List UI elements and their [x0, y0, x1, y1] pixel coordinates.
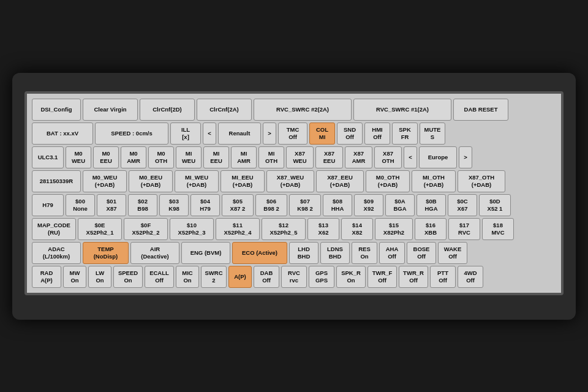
btn-r5-c2[interactable]: $00None	[66, 194, 95, 216]
btn-r3-c2[interactable]: M0WEU	[66, 146, 91, 168]
btn-r5-c15[interactable]: $0DX52 1	[479, 194, 511, 216]
btn-r1-c1[interactable]: DSI_Config	[32, 99, 81, 121]
btn-r7-c10[interactable]: BOSEOff	[407, 242, 436, 264]
btn-r4-c3[interactable]: M0_EEU(+DAB)	[129, 170, 173, 192]
btn-r4-c5[interactable]: MI_EEU(+DAB)	[221, 170, 265, 192]
btn-r8-c2[interactable]: MWOn	[63, 266, 86, 288]
btn-r4-c8[interactable]: M0_OTH(+DAB)	[366, 170, 410, 192]
btn-r5-c13[interactable]: $0BHGA	[417, 194, 446, 216]
btn-r7-c11[interactable]: WAKEOff	[438, 242, 467, 264]
btn-r3-c6[interactable]: MIWEU	[176, 146, 202, 168]
btn-r3-c14[interactable]: <	[404, 146, 417, 168]
btn-r5-c9[interactable]: $07K98 2	[289, 194, 321, 216]
btn-r3-c1[interactable]: ULC3.1	[32, 146, 64, 168]
btn-r4-c6[interactable]: X87_WEU(+DAB)	[266, 170, 314, 192]
btn-r8-c11[interactable]: GPSGPS	[309, 266, 334, 288]
btn-r5-c12[interactable]: $0ABGA	[385, 194, 415, 216]
btn-r1-c7[interactable]: DAB RESET	[453, 99, 508, 121]
btn-r5-c7[interactable]: $05X87 2	[222, 194, 254, 216]
btn-r6-c9[interactable]: $15X82Ph2	[375, 218, 413, 240]
btn-r8-c5[interactable]: ECALLOff	[145, 266, 174, 288]
btn-r3-c10[interactable]: X87WEU	[286, 146, 314, 168]
btn-r7-c9[interactable]: AHAOff	[379, 242, 405, 264]
btn-r6-c10[interactable]: $16XBB	[415, 218, 447, 240]
btn-r2-c9[interactable]: SNDOff	[337, 123, 363, 145]
btn-r7-c4[interactable]: ENG (BVM)	[181, 242, 230, 264]
btn-r3-c4[interactable]: M0AMR	[121, 146, 146, 168]
btn-r6-c1[interactable]: MAP_CODE(RU)	[32, 218, 76, 240]
row-6: MAP_CODE(RU)$0EX52Ph2_1$0FX52Ph2_2$10X52…	[32, 218, 556, 240]
btn-r3-c3[interactable]: M0EEU	[93, 146, 119, 168]
btn-r8-c12[interactable]: SPK_ROn	[336, 266, 366, 288]
btn-r4-c4[interactable]: MI_WEU(+DAB)	[175, 170, 219, 192]
btn-r1-c5[interactable]: RVC_SWRC #2(2A)	[254, 99, 352, 121]
btn-r8-c15[interactable]: PTTOff	[430, 266, 456, 288]
btn-r6-c7[interactable]: $13X62	[307, 218, 339, 240]
btn-r3-c13[interactable]: X87OTH	[374, 146, 402, 168]
btn-r6-c11[interactable]: $17RVC	[448, 218, 480, 240]
btn-r5-c10[interactable]: $08HHA	[323, 194, 352, 216]
btn-r6-c2[interactable]: $0EX52Ph2_1	[78, 218, 122, 240]
btn-r5-c5[interactable]: $03K98	[159, 194, 189, 216]
btn-r3-c15[interactable]: Europe	[419, 146, 457, 168]
btn-r5-c14[interactable]: $0CX67	[448, 194, 477, 216]
btn-r8-c7[interactable]: SWRC2	[201, 266, 227, 288]
btn-r2-c2[interactable]: SPEED : 0cm/s	[95, 123, 168, 145]
btn-r4-c10[interactable]: X87_OTH(+DAB)	[458, 170, 505, 192]
btn-r6-c3[interactable]: $0FX52Ph2_2	[124, 218, 168, 240]
btn-r7-c3[interactable]: AIR(Deactive)	[130, 242, 179, 264]
btn-r2-c11[interactable]: SPKFR	[392, 123, 418, 145]
btn-r2-c4[interactable]: <	[203, 123, 216, 145]
btn-r1-c2[interactable]: Clear Virgin	[83, 99, 138, 121]
btn-r3-c5[interactable]: M0OTH	[148, 146, 174, 168]
btn-r6-c12[interactable]: $18MVC	[482, 218, 514, 240]
btn-r8-c9[interactable]: DABOff	[254, 266, 279, 288]
btn-r5-c11[interactable]: $09X92	[354, 194, 383, 216]
btn-r6-c4[interactable]: $10X52Ph2_3	[170, 218, 214, 240]
btn-r7-c1[interactable]: ADAC(L/100km)	[32, 242, 81, 264]
btn-r8-c8[interactable]: A(P)	[228, 266, 252, 288]
btn-r7-c7[interactable]: LDNSBHD	[320, 242, 350, 264]
btn-r2-c10[interactable]: HMIOff	[364, 123, 390, 145]
btn-r3-c12[interactable]: X87AMR	[345, 146, 372, 168]
btn-r7-c5[interactable]: ECO (Active)	[232, 242, 287, 264]
btn-r7-c6[interactable]: LHDBHD	[289, 242, 318, 264]
btn-r5-c6[interactable]: $04H79	[190, 194, 220, 216]
btn-r5-c3[interactable]: $01X87	[97, 194, 126, 216]
btn-r4-c7[interactable]: X87_EEU(+DAB)	[316, 170, 364, 192]
btn-r8-c1[interactable]: RADA(P)	[32, 266, 61, 288]
btn-r8-c14[interactable]: TWR_ROff	[399, 266, 428, 288]
btn-r8-c10[interactable]: RVCrvc	[281, 266, 307, 288]
btn-r2-c6[interactable]: >	[263, 123, 276, 145]
btn-r6-c5[interactable]: $11X52Ph2_4	[216, 218, 260, 240]
btn-r6-c6[interactable]: $12X52Ph2_5	[262, 218, 306, 240]
btn-r3-c8[interactable]: MIAMR	[231, 146, 257, 168]
btn-r3-c9[interactable]: MIOTH	[258, 146, 284, 168]
btn-r3-c16[interactable]: >	[459, 146, 472, 168]
btn-r1-c4[interactable]: ClrCnf(2A)	[197, 99, 252, 121]
btn-r1-c3[interactable]: ClrCnf(2D)	[140, 99, 195, 121]
btn-r2-c5[interactable]: Renault	[218, 123, 261, 145]
btn-r8-c6[interactable]: MICOn	[176, 266, 199, 288]
btn-r2-c3[interactable]: ILL[x]	[170, 123, 201, 145]
btn-r3-c11[interactable]: X87EEU	[315, 146, 343, 168]
btn-r2-c7[interactable]: TMCOff	[278, 123, 307, 145]
btn-r8-c16[interactable]: 4WDOff	[458, 266, 483, 288]
btn-r8-c4[interactable]: SPEEDOn	[113, 266, 143, 288]
btn-r8-c3[interactable]: LWOn	[88, 266, 111, 288]
btn-r4-c2[interactable]: M0_WEU(+DAB)	[83, 170, 127, 192]
btn-r8-c13[interactable]: TWR_FOff	[368, 266, 397, 288]
btn-r2-c12[interactable]: MUTES	[420, 123, 445, 145]
btn-r4-c9[interactable]: MI_OTH(+DAB)	[412, 170, 456, 192]
btn-r1-c6[interactable]: RVC_SWRC #1(2A)	[353, 99, 451, 121]
btn-r2-c8[interactable]: COLMI	[309, 123, 335, 145]
btn-r5-c8[interactable]: $06B98 2	[255, 194, 287, 216]
btn-r5-c1[interactable]: H79	[32, 194, 64, 216]
btn-r4-c1[interactable]: 281150339R	[32, 170, 81, 192]
btn-r6-c8[interactable]: $14X82	[341, 218, 373, 240]
btn-r3-c7[interactable]: MIEEU	[203, 146, 229, 168]
btn-r7-c2[interactable]: TEMP(NoDisp)	[83, 242, 129, 264]
btn-r5-c4[interactable]: $02B98	[128, 194, 157, 216]
btn-r7-c8[interactable]: RESOn	[352, 242, 377, 264]
btn-r2-c1[interactable]: BAT : xx.xV	[32, 123, 93, 145]
